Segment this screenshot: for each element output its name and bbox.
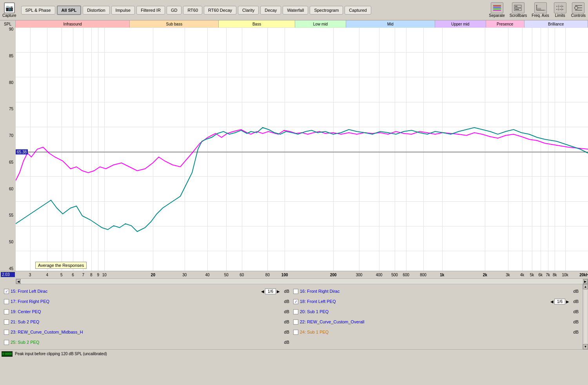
- smoothing-value-18[interactable]: 1/6: [554, 299, 565, 305]
- capture-icon: 📷: [4, 2, 15, 13]
- legend-checkbox-18[interactable]: [293, 299, 298, 304]
- legend-name-15: 15: Front Left Dirac: [11, 289, 260, 294]
- separate-control[interactable]: Separate: [489, 2, 505, 18]
- smoothing-left-18[interactable]: ◀: [550, 299, 554, 304]
- smoothing-left-15[interactable]: ◀: [261, 289, 264, 294]
- legend-checkbox-15[interactable]: [4, 289, 9, 294]
- tab-filtered-ir[interactable]: Filtered IR: [136, 6, 165, 15]
- legend-scroll-track[interactable]: [584, 290, 587, 343]
- tab-rt60-decay[interactable]: RT60 Decay: [204, 6, 236, 15]
- legend-name-18: 18: Front Left PEQ: [300, 299, 549, 304]
- legend-checkbox-25[interactable]: [4, 340, 9, 345]
- chart-container: 90 85 80 75 70 65 60 55 50 45: [0, 27, 588, 271]
- controls-icon: [572, 2, 584, 13]
- x-label-80: 80: [265, 273, 270, 277]
- scroll-left-arrow[interactable]: ◀: [16, 279, 21, 284]
- y-label-50: 50: [1, 240, 15, 244]
- scroll-right-arrow[interactable]: ▶: [583, 279, 588, 284]
- legend-db-21: dB: [281, 319, 289, 324]
- tab-waterfall[interactable]: Waterfall: [283, 6, 308, 15]
- tab-clarity[interactable]: Clarity: [238, 6, 259, 15]
- x-label-200: 200: [330, 273, 337, 277]
- horizontal-scrollbar[interactable]: ◀ ▶: [16, 279, 588, 284]
- legend-checkbox-17[interactable]: [4, 299, 9, 304]
- legend-checkbox-19[interactable]: [4, 309, 9, 314]
- x-label-20: 20: [151, 273, 155, 277]
- y-label-55: 55: [1, 213, 15, 217]
- curve-front-left-dirac: [16, 130, 588, 181]
- status-bar: 0 0000 Peak input before clipping 120 dB…: [0, 349, 588, 358]
- chart-area[interactable]: 65.38 Average the Responses: [16, 27, 588, 271]
- y-label-80: 80: [1, 81, 15, 85]
- scrollbars-control[interactable]: Scrollbars: [510, 2, 527, 18]
- legend-checkbox-22[interactable]: [293, 319, 298, 325]
- x-label-10k: 10k: [562, 273, 568, 277]
- curve-front-left-peq: [16, 128, 588, 232]
- y-label-45: 45: [1, 267, 15, 271]
- tab-distortion[interactable]: Distortion: [83, 6, 109, 15]
- x-axis-container: 2.03 3 4 5 6 7 8 9 10 20 30 40 50 60 80 …: [0, 271, 588, 279]
- average-responses-tooltip[interactable]: Average the Responses: [35, 262, 87, 269]
- frequency-bands: SPL Infrasound Sub bass Bass Low mid Mid…: [0, 20, 588, 27]
- svg-marker-11: [536, 5, 537, 5]
- x-label-500: 500: [391, 273, 398, 277]
- x-label-5k: 5k: [530, 273, 534, 277]
- legend-db-25: dB: [281, 340, 289, 345]
- status-message: Peak input before clipping 120 dB SPL (u…: [15, 352, 107, 356]
- tab-decay[interactable]: Decay: [260, 6, 281, 15]
- capture-button[interactable]: 📷 Capture: [2, 2, 16, 18]
- tab-spectrogram[interactable]: Spectrogram: [310, 6, 343, 15]
- freq-axis-label: Freq. Axis: [532, 13, 549, 18]
- legend-db-20: dB: [571, 309, 579, 314]
- x-axis-spacer: 2.03: [0, 271, 16, 279]
- legend-name-24: 24: Sub 1 PEQ: [300, 330, 569, 334]
- x-label-30: 30: [182, 273, 187, 277]
- tab-captured[interactable]: Captured: [345, 6, 371, 15]
- controls-control[interactable]: Controls: [571, 2, 586, 18]
- tab-all-spl[interactable]: All SPL: [57, 5, 82, 15]
- legend-name-21: 21: Sub 2 PEQ: [11, 319, 280, 324]
- legend-db-24: dB: [571, 330, 579, 334]
- legend-name-20: 20: Sub 1 PEQ: [300, 309, 569, 314]
- band-bass: Bass: [219, 20, 295, 27]
- x-label-1k: 1k: [440, 273, 444, 277]
- x-label-6k: 6k: [539, 273, 543, 277]
- band-subbass: Sub bass: [130, 20, 219, 27]
- legend-checkbox-16[interactable]: [293, 289, 298, 294]
- smoothing-right-15[interactable]: ▶: [277, 289, 280, 294]
- y-label-90: 90: [1, 27, 15, 31]
- x-label-8: 8: [90, 273, 93, 277]
- spl-axis-label: SPL: [0, 20, 16, 27]
- svg-point-17: [575, 6, 578, 9]
- y-label-75: 75: [1, 107, 15, 111]
- legend-checkbox-21[interactable]: [4, 319, 9, 325]
- legend-content: 15: Front Left Dirac ◀ 1/6 ▶ dB 16: Fron…: [0, 284, 583, 349]
- legend-smoothing-18: ◀ 1/6 ▶: [550, 299, 569, 305]
- legend-scrollbar: ▲ ▼: [583, 284, 588, 349]
- tab-gd[interactable]: GD: [167, 6, 182, 15]
- y-label-85: 85: [1, 54, 15, 58]
- legend-checkbox-24[interactable]: [293, 330, 298, 335]
- smoothing-right-18[interactable]: ▶: [566, 299, 569, 304]
- legend-db-22: dB: [571, 319, 579, 324]
- tab-rt60[interactable]: RT60: [183, 6, 202, 15]
- legend-item-22: 22: REW_Curve_Custom_Overall dB: [293, 317, 579, 327]
- x-label-40: 40: [205, 273, 210, 277]
- tab-spl-phase[interactable]: SPL & Phase: [21, 6, 55, 15]
- scroll-track[interactable]: [22, 280, 582, 283]
- freq-axis-control[interactable]: ||||||| Freq. Axis: [532, 2, 549, 18]
- legend-scroll-down[interactable]: ▼: [583, 344, 588, 349]
- legend-checkbox-23[interactable]: [4, 330, 9, 335]
- legend-scroll-up[interactable]: ▲: [583, 284, 588, 289]
- band-brilliance: Brilliance: [524, 20, 588, 27]
- x-label-7k: 7k: [546, 273, 550, 277]
- svg-rect-6: [515, 6, 517, 7]
- x-label-5: 5: [60, 273, 63, 277]
- tab-impulse[interactable]: Impulse: [111, 6, 135, 15]
- legend-name-23: 23: REW_Curve_Custom_Midbass_H: [11, 330, 280, 334]
- x-label-60: 60: [240, 273, 244, 277]
- limits-control[interactable]: Limits: [554, 2, 566, 18]
- legend-checkbox-20[interactable]: [293, 309, 298, 314]
- y-axis: 90 85 80 75 70 65 60 55 50 45: [0, 27, 16, 271]
- smoothing-value-15[interactable]: 1/6: [265, 288, 276, 294]
